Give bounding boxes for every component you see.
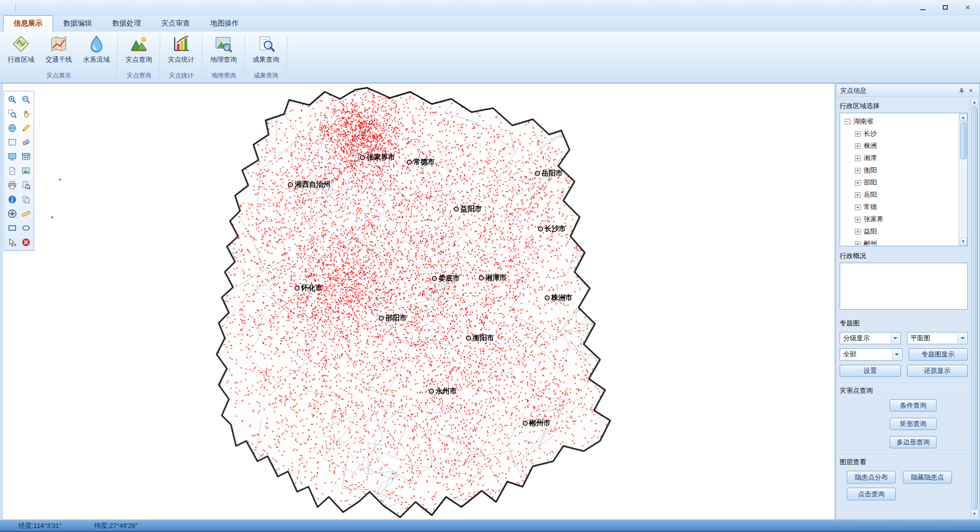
tab-data-process[interactable]: 数据处理 — [102, 16, 151, 32]
disaster-stats-icon — [173, 35, 190, 53]
map-type-select[interactable]: 平面图 — [907, 332, 968, 344]
tree-expand-icon[interactable]: + — [855, 131, 861, 137]
traffic-lines-button[interactable]: 交通干线 — [40, 33, 78, 69]
select-rect-button[interactable] — [5, 135, 19, 149]
map-image-button[interactable] — [19, 164, 33, 178]
tab-info-display[interactable]: 信息展示 — [3, 15, 53, 32]
print-preview-button[interactable] — [19, 178, 33, 192]
measure-button[interactable] — [19, 207, 33, 221]
panel-title: 灾点信息 — [840, 86, 867, 95]
tree-expand-icon[interactable]: + — [855, 180, 861, 186]
overview-textbox[interactable] — [840, 263, 968, 310]
scroll-up-icon[interactable]: ▲ — [971, 98, 978, 106]
tree-expand-icon[interactable]: + — [855, 217, 861, 222]
map-canvas[interactable] — [3, 84, 835, 519]
tree-scrollbar[interactable]: ▲ ▼ — [959, 113, 967, 246]
tree-expand-icon[interactable]: + — [855, 168, 861, 173]
ribbon-group-label: 灾点查询 — [120, 69, 158, 83]
tree-item-zhangjiajie[interactable]: +张家界 — [843, 213, 958, 225]
settings-button[interactable]: 设置 — [840, 365, 901, 377]
attribute-table-button[interactable] — [19, 149, 33, 164]
tree-item-yueyang[interactable]: +岳阳 — [843, 189, 958, 201]
thematic-show-button[interactable]: 专题图显示 — [909, 348, 968, 361]
scrollbar-thumb[interactable] — [960, 122, 967, 159]
tree-item-zhuzhou[interactable]: +株洲 — [843, 140, 958, 152]
tree-expand-icon[interactable]: + — [855, 205, 861, 210]
tab-disaster-review[interactable]: 灾点审查 — [151, 16, 200, 32]
panel-close-button[interactable]: × — [966, 86, 975, 95]
document-button[interactable] — [5, 164, 19, 178]
tree-item-shaoyang[interactable]: +邵阳 — [843, 176, 958, 189]
panel-scrollbar[interactable]: ▲ ▼ — [970, 98, 978, 518]
scope-select[interactable]: 全部 — [840, 348, 902, 361]
result-query-icon — [257, 35, 275, 53]
zoom-in-button[interactable] — [5, 92, 19, 107]
zoom-out-button[interactable] — [19, 92, 33, 107]
draw-line-button[interactable] — [19, 121, 33, 135]
delete-button[interactable] — [19, 235, 33, 249]
rect-query-button[interactable]: 矩形查询 — [890, 418, 937, 430]
tree-expand-icon[interactable]: + — [855, 229, 861, 235]
tree-expand-icon[interactable]: + — [855, 143, 861, 149]
maximize-icon — [943, 5, 948, 10]
tab-data-edit[interactable]: 数据编辑 — [53, 16, 102, 32]
copy-button[interactable] — [19, 192, 33, 207]
disaster-query-icon — [130, 35, 148, 53]
tree-expand-icon[interactable]: + — [855, 241, 861, 246]
pointer-add-icon — [8, 238, 17, 247]
geo-query-button[interactable]: 地理查询 — [205, 33, 242, 69]
compass-button[interactable] — [5, 207, 19, 221]
restore-display-button[interactable]: 还原显示 — [907, 365, 968, 377]
hazard-distribution-button[interactable]: 隐患点分布 — [847, 471, 896, 484]
full-extent-button[interactable] — [5, 121, 19, 135]
zoom-window-button[interactable] — [5, 107, 19, 121]
click-query-button[interactable]: 点击查询 — [847, 488, 896, 500]
scroll-down-icon[interactable]: ▼ — [971, 510, 978, 518]
maximize-button[interactable] — [938, 2, 952, 12]
tree-item-hengyang[interactable]: +衡阳 — [843, 164, 958, 176]
tree-collapse-icon[interactable]: − — [845, 119, 850, 124]
section-divider — [840, 383, 968, 384]
disaster-query-button[interactable]: 灾点查询 — [120, 33, 158, 69]
minimize-button[interactable] — [916, 2, 930, 12]
ribbon-group-label: 地理查询 — [205, 69, 242, 83]
rectangle-button[interactable] — [5, 221, 19, 235]
tree-item-changde[interactable]: +常德 — [843, 201, 958, 213]
tree-expand-icon[interactable]: + — [855, 192, 861, 198]
tab-map-operation[interactable]: 地图操作 — [200, 16, 249, 32]
eraser-button[interactable] — [19, 135, 33, 149]
printer-icon — [8, 181, 17, 190]
water-system-button[interactable]: 水系流域 — [78, 33, 115, 69]
tree-item-changsha[interactable]: +长沙 — [843, 128, 958, 140]
eraser-icon — [21, 138, 31, 147]
tree-expand-icon[interactable]: + — [855, 156, 861, 161]
polygon-query-button[interactable]: 多边形查询 — [890, 436, 937, 448]
condition-query-button[interactable]: 条件查询 — [890, 399, 937, 412]
refresh-view-button[interactable] — [5, 149, 19, 164]
minimize-icon — [920, 9, 925, 10]
tree-item-yiyang[interactable]: +益阳 — [843, 225, 958, 238]
disaster-stats-button[interactable]: 灾点统计 — [162, 33, 200, 69]
hide-hazard-button[interactable]: 隐藏隐患点 — [903, 471, 952, 484]
ribbon-tab-bar: 信息展示 数据编辑 数据处理 灾点审查 地图操作 — [0, 15, 980, 32]
tree-item-hunan[interactable]: −湖南省 — [843, 115, 958, 128]
ribbon-separator — [287, 35, 287, 81]
ribbon-separator — [202, 35, 203, 81]
scroll-up-icon[interactable]: ▲ — [960, 114, 967, 121]
display-mode-select[interactable]: 分级显示 — [840, 332, 901, 344]
pointer-add-button[interactable] — [5, 235, 19, 249]
print-button[interactable] — [5, 178, 19, 192]
result-query-button[interactable]: 成果查询 — [247, 33, 285, 69]
button-label: 水系流域 — [83, 55, 110, 64]
tree-item-chenzhou[interactable]: +郴州 — [843, 238, 958, 245]
scrollbar-thumb[interactable] — [971, 107, 978, 509]
ellipse-button[interactable] — [19, 221, 33, 235]
panel-content: 行政区域选择 −湖南省 +长沙 +株洲 +湘潭 +衡阳 +邵阳 +岳阳 +常德 … — [840, 99, 968, 518]
close-button[interactable]: × — [961, 2, 975, 12]
admin-region-button[interactable]: 行政区域 — [2, 33, 40, 69]
scroll-down-icon[interactable]: ▼ — [960, 238, 967, 245]
tree-item-xiangtan[interactable]: +湘潭 — [843, 152, 958, 164]
info-button[interactable] — [5, 192, 19, 207]
pin-button[interactable] — [957, 86, 966, 95]
pan-button[interactable] — [19, 107, 33, 121]
